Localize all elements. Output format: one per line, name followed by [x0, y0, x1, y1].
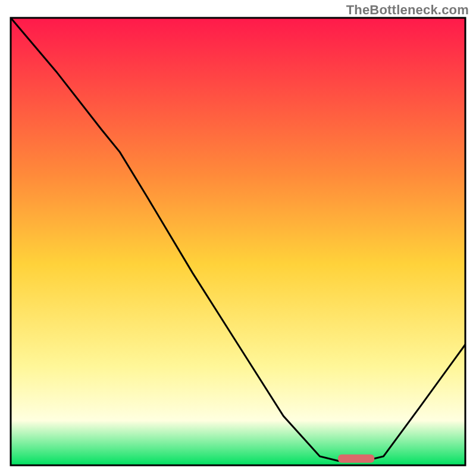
bottleneck-chart — [0, 0, 476, 476]
plot-area — [11, 18, 465, 465]
gradient-background — [11, 18, 465, 465]
optimal-range-marker — [338, 455, 374, 463]
watermark-text: TheBottleneck.com — [346, 2, 469, 18]
